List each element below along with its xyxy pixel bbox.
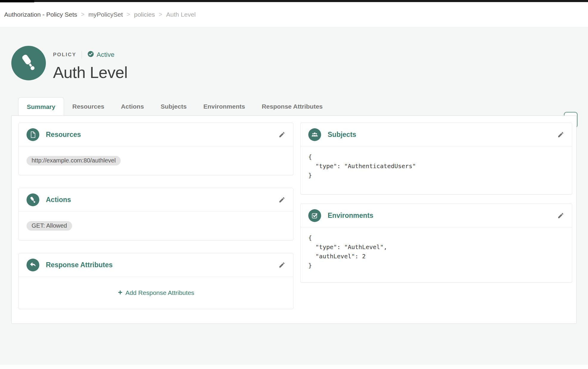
policy-header: POLICY Active Auth Level: [11, 46, 577, 82]
breadcrumb-separator-icon: >: [81, 11, 85, 18]
environments-card-title: Environments: [328, 212, 373, 220]
footer-strip: [0, 365, 588, 369]
tab-resources[interactable]: Resources: [64, 97, 113, 115]
users-icon: [308, 128, 321, 141]
breadcrumb-separator-icon: >: [127, 11, 130, 18]
breadcrumb-item-current: Auth Level: [166, 11, 196, 18]
plus-icon: [118, 289, 123, 296]
gavel-icon: [19, 53, 38, 73]
edit-actions-button[interactable]: [279, 196, 285, 203]
tab-subjects[interactable]: Subjects: [152, 97, 195, 115]
actions-card-header: Actions: [19, 188, 293, 212]
reply-icon: [27, 259, 39, 271]
response-attributes-card-body: Add Response Attributes: [19, 277, 293, 309]
edit-response-attributes-button[interactable]: [279, 262, 285, 268]
top-bar-logo-area: [0, 0, 34, 2]
tab-summary[interactable]: Summary: [18, 97, 64, 115]
gavel-icon: [27, 193, 39, 206]
subjects-card-header: Subjects: [301, 123, 572, 146]
status-label: Active: [97, 51, 114, 59]
environments-code-block: { "type": "AuthLevel", "authLevel": 2 }: [308, 233, 564, 270]
action-tag: GET: Allowed: [27, 221, 72, 231]
breadcrumb-separator-icon: >: [159, 11, 162, 18]
breadcrumb-item-policy-set[interactable]: myPolicySet: [88, 11, 123, 18]
breadcrumb-item-policies[interactable]: policies: [134, 11, 155, 18]
check-circle-icon: [87, 51, 97, 59]
policy-avatar: [11, 46, 46, 80]
add-response-attributes-button[interactable]: Add Response Attributes: [118, 289, 194, 296]
environments-card-body: { "type": "AuthLevel", "authLevel": 2 }: [301, 227, 572, 282]
header-divider: [82, 51, 82, 59]
resource-tag: http://example.com:80/authlevel: [27, 156, 121, 165]
edit-subjects-button[interactable]: [557, 131, 564, 138]
page-title: Auth Level: [53, 63, 127, 82]
edit-environments-button[interactable]: [557, 212, 564, 219]
response-attributes-card-header: Response Attributes: [19, 253, 293, 277]
tab-bar: Summary Resources Actions Subjects Envir…: [11, 97, 577, 115]
subjects-card: Subjects { "type": "AuthenticatedUsers" …: [300, 123, 572, 195]
actions-card-body: GET: Allowed: [19, 212, 293, 240]
tab-environments[interactable]: Environments: [195, 97, 253, 115]
resources-card: Resources http://example.com:80/authleve…: [18, 123, 293, 175]
edit-resources-button[interactable]: [279, 131, 285, 138]
check-square-icon: [308, 209, 321, 222]
status-badge: Active: [87, 51, 114, 59]
subjects-card-title: Subjects: [328, 131, 356, 139]
breadcrumb: Authorization - Policy Sets > myPolicySe…: [0, 2, 588, 27]
environments-card-header: Environments: [301, 204, 572, 227]
tab-actions[interactable]: Actions: [113, 97, 152, 115]
summary-panel: Resources http://example.com:80/authleve…: [11, 115, 577, 324]
resources-card-header: Resources: [19, 123, 293, 146]
actions-card-title: Actions: [46, 196, 71, 204]
response-attributes-card-title: Response Attributes: [46, 261, 113, 269]
environments-card: Environments { "type": "AuthLevel", "aut…: [300, 204, 572, 283]
resources-card-title: Resources: [46, 131, 81, 139]
file-icon: [27, 128, 39, 141]
breadcrumb-item-policy-sets[interactable]: Authorization - Policy Sets: [4, 11, 77, 18]
response-attributes-card: Response Attributes Add Response Attribu…: [18, 253, 293, 309]
actions-card: Actions GET: Allowed: [18, 188, 293, 240]
top-navigation-bar: [0, 0, 588, 2]
resources-card-body: http://example.com:80/authlevel: [19, 146, 293, 175]
add-response-attributes-label: Add Response Attributes: [125, 289, 194, 296]
subjects-card-body: { "type": "AuthenticatedUsers" }: [301, 146, 572, 194]
tab-response-attributes[interactable]: Response Attributes: [253, 97, 331, 115]
policy-type-label: POLICY: [53, 52, 76, 58]
subjects-code-block: { "type": "AuthenticatedUsers" }: [308, 152, 564, 180]
